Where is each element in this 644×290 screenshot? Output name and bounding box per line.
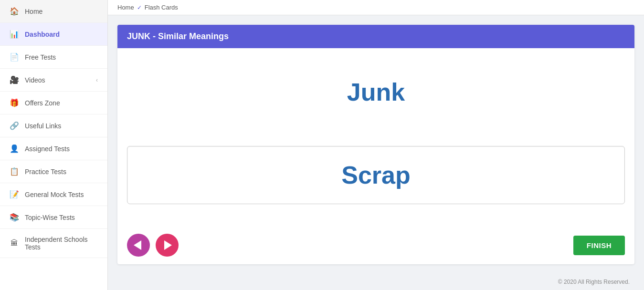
sidebar-label-assigned-tests: Assigned Tests	[25, 145, 98, 153]
topic-wise-tests-icon: 📚	[10, 213, 19, 222]
sidebar-label-practice-tests: Practice Tests	[25, 168, 98, 176]
breadcrumb: Home ✓ Flash Cards	[108, 0, 644, 15]
offers-zone-icon: 🎁	[10, 98, 19, 107]
home-icon: 🏠	[10, 7, 19, 16]
general-mock-tests-icon: 📝	[10, 190, 19, 199]
sidebar-label-free-tests: Free Tests	[25, 53, 98, 61]
useful-links-icon: 🔗	[10, 121, 19, 130]
breadcrumb-home[interactable]: Home	[117, 4, 134, 11]
videos-icon: 🎥	[10, 75, 19, 84]
flashcard-bottom-card: Scrap	[127, 146, 625, 204]
sidebar-item-videos[interactable]: 🎥Videos‹	[0, 69, 107, 92]
copyright-text: © 2020 All Rights Reserved.	[558, 279, 630, 285]
finish-button[interactable]: FINISH	[573, 236, 625, 255]
sidebar-label-home: Home	[25, 8, 98, 15]
practice-tests-icon: 📋	[10, 167, 19, 176]
sidebar-item-general-mock-tests[interactable]: 📝General Mock Tests	[0, 183, 107, 206]
flashcard-bottom-word: Scrap	[341, 161, 411, 189]
sidebar-item-dashboard[interactable]: 📊Dashboard	[0, 23, 107, 46]
sidebar-label-videos: Videos	[25, 76, 90, 84]
sidebar-label-topic-wise-tests: Topic-Wise Tests	[25, 214, 98, 221]
breadcrumb-separator: ✓	[137, 4, 142, 11]
flashcard-header: JUNK - Similar Meanings	[117, 25, 634, 48]
flashcard-top-word: Junk	[347, 73, 405, 111]
sidebar-label-dashboard: Dashboard	[25, 31, 98, 38]
flashcard-title: JUNK - Similar Meanings	[127, 31, 229, 41]
sidebar-item-topic-wise-tests[interactable]: 📚Topic-Wise Tests	[0, 206, 107, 229]
prev-button[interactable]	[127, 234, 150, 257]
flashcard-wrapper: JUNK - Similar Meanings Junk Scrap FINIS…	[117, 25, 634, 264]
independent-schools-tests-icon: 🏛	[10, 239, 19, 248]
content-area: JUNK - Similar Meanings Junk Scrap FINIS…	[108, 15, 644, 274]
sidebar-item-independent-schools-tests[interactable]: 🏛Independent Schools Tests	[0, 229, 107, 258]
sidebar-item-free-tests[interactable]: 📄Free Tests	[0, 46, 107, 69]
free-tests-icon: 📄	[10, 52, 19, 62]
breadcrumb-current: Flash Cards	[145, 4, 178, 11]
assigned-tests-icon: 👤	[10, 144, 19, 153]
sidebar-label-general-mock-tests: General Mock Tests	[25, 191, 98, 198]
main-content: Home ✓ Flash Cards JUNK - Similar Meanin…	[108, 0, 644, 290]
sidebar-label-useful-links: Useful Links	[25, 122, 98, 130]
sidebar-label-offers-zone: Offers Zone	[25, 99, 98, 107]
flashcard-navigation: FINISH	[117, 229, 634, 264]
sidebar-label-independent-schools-tests: Independent Schools Tests	[25, 236, 98, 251]
sidebar-item-assigned-tests[interactable]: 👤Assigned Tests	[0, 137, 107, 160]
flashcard-body: Junk Scrap	[117, 48, 634, 229]
footer: © 2020 All Rights Reserved.	[108, 274, 644, 290]
sidebar-item-useful-links[interactable]: 🔗Useful Links	[0, 114, 107, 137]
dashboard-icon: 📊	[10, 30, 19, 39]
sidebar-item-home[interactable]: 🏠Home	[0, 0, 107, 23]
chevron-icon: ‹	[96, 77, 98, 83]
nav-buttons	[127, 234, 179, 257]
sidebar-item-practice-tests[interactable]: 📋Practice Tests	[0, 160, 107, 183]
sidebar-item-offers-zone[interactable]: 🎁Offers Zone	[0, 92, 107, 114]
sidebar: 🏠Home📊Dashboard📄Free Tests🎥Videos‹🎁Offer…	[0, 0, 108, 290]
next-button[interactable]	[156, 234, 179, 257]
